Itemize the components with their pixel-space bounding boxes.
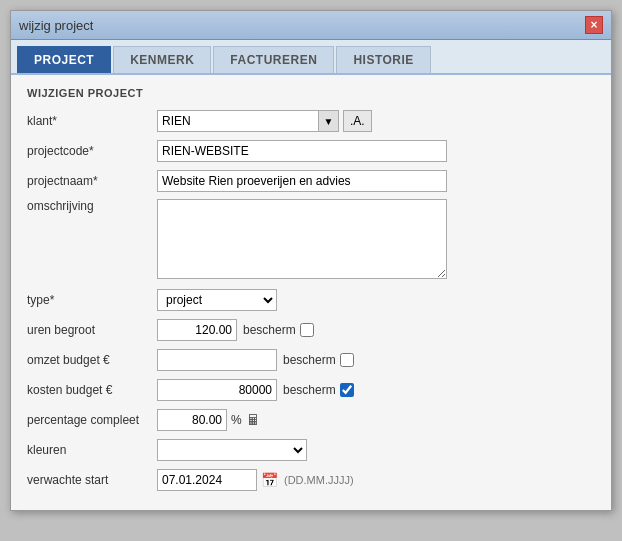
kleuren-label: kleuren <box>27 443 157 457</box>
dialog: wijzig project × PROJECT KENMERK FACTURE… <box>10 10 612 511</box>
projectnaam-label: projectnaam* <box>27 174 157 188</box>
bescherm-omzet-checkbox[interactable] <box>340 353 354 367</box>
type-select[interactable]: project intern offerte <box>157 289 277 311</box>
omzet-budget-input[interactable] <box>157 349 277 371</box>
omzet-budget-label: omzet budget € <box>27 353 157 367</box>
kosten-budget-label: kosten budget € <box>27 383 157 397</box>
type-label: type* <box>27 293 157 307</box>
type-control: project intern offerte <box>157 289 595 311</box>
bescherm-uren-label: bescherm <box>243 323 296 337</box>
projectnaam-row: projectnaam* <box>27 169 595 193</box>
omschrijving-control <box>157 199 595 282</box>
kleuren-select[interactable] <box>157 439 307 461</box>
kosten-budget-input[interactable] <box>157 379 277 401</box>
projectcode-row: projectcode* <box>27 139 595 163</box>
bescherm-omzet-label: bescherm <box>283 353 336 367</box>
percentage-control: % 🖩 <box>157 409 595 431</box>
close-button[interactable]: × <box>585 16 603 34</box>
uren-begroot-label: uren begroot <box>27 323 157 337</box>
tab-bar: PROJECT KENMERK FACTUREREN HISTORIE <box>11 40 611 75</box>
calendar-icon[interactable]: 📅 <box>261 472 278 488</box>
omschrijving-textarea[interactable] <box>157 199 447 279</box>
projectcode-label: projectcode* <box>27 144 157 158</box>
uren-begroot-row: uren begroot bescherm <box>27 318 595 342</box>
omzet-budget-row: omzet budget € bescherm <box>27 348 595 372</box>
uren-begroot-control: bescherm <box>157 319 595 341</box>
omzet-budget-control: bescherm <box>157 349 595 371</box>
klant-dropdown-arrow[interactable]: ▼ <box>318 111 338 131</box>
omschrijving-label: omschrijving <box>27 199 157 213</box>
bescherm-kosten-label: bescherm <box>283 383 336 397</box>
percentage-input[interactable] <box>157 409 227 431</box>
verwachte-start-input[interactable] <box>157 469 257 491</box>
tab-factureren[interactable]: FACTUREREN <box>213 46 334 73</box>
section-title: WIJZIGEN PROJECT <box>27 87 595 99</box>
bescherm-kosten-checkbox[interactable] <box>340 383 354 397</box>
tab-project[interactable]: PROJECT <box>17 46 111 73</box>
dot-a-button[interactable]: .A. <box>343 110 372 132</box>
klant-row: klant* ▼ .A. <box>27 109 595 133</box>
calculator-icon[interactable]: 🖩 <box>246 412 260 428</box>
kleuren-control <box>157 439 595 461</box>
projectnaam-control <box>157 170 595 192</box>
uren-begroot-input[interactable] <box>157 319 237 341</box>
kleuren-row: kleuren <box>27 438 595 462</box>
date-format-hint: (DD.MM.JJJJ) <box>284 474 354 486</box>
titlebar: wijzig project × <box>11 11 611 40</box>
projectcode-input[interactable] <box>157 140 447 162</box>
dialog-title: wijzig project <box>19 18 93 33</box>
klant-label: klant* <box>27 114 157 128</box>
form-content: WIJZIGEN PROJECT klant* ▼ .A. projectcod… <box>11 75 611 510</box>
verwachte-start-control: 📅 (DD.MM.JJJJ) <box>157 469 595 491</box>
percentage-symbol: % <box>231 413 242 427</box>
klant-wrapper: ▼ <box>157 110 339 132</box>
verwachte-start-label: verwachte start <box>27 473 157 487</box>
projectcode-control <box>157 140 595 162</box>
kosten-budget-control: bescherm <box>157 379 595 401</box>
percentage-row: percentage compleet % 🖩 <box>27 408 595 432</box>
kosten-budget-row: kosten budget € bescherm <box>27 378 595 402</box>
type-row: type* project intern offerte <box>27 288 595 312</box>
tab-kenmerk[interactable]: KENMERK <box>113 46 211 73</box>
klant-input[interactable] <box>158 111 318 131</box>
percentage-label: percentage compleet <box>27 413 157 427</box>
verwachte-start-row: verwachte start 📅 (DD.MM.JJJJ) <box>27 468 595 492</box>
tab-historie[interactable]: HISTORIE <box>336 46 430 73</box>
klant-control: ▼ .A. <box>157 110 595 132</box>
omschrijving-row: omschrijving <box>27 199 595 282</box>
bescherm-uren-checkbox[interactable] <box>300 323 314 337</box>
projectnaam-input[interactable] <box>157 170 447 192</box>
